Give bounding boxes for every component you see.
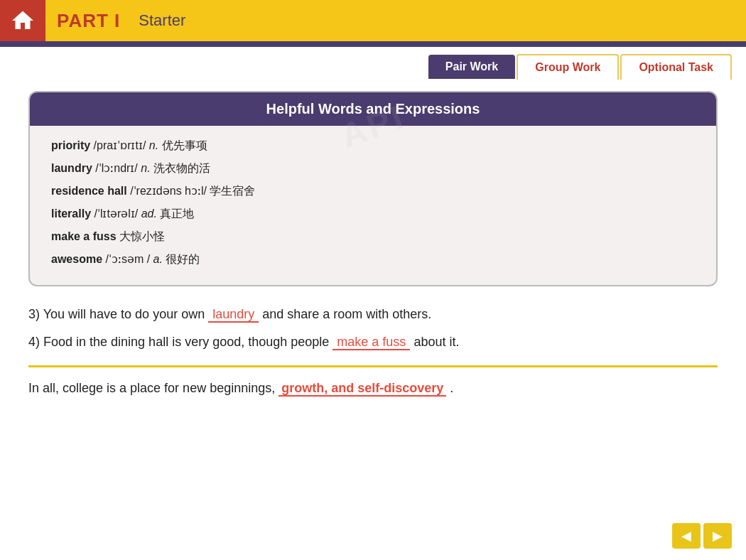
home-icon[interactable] <box>0 0 45 41</box>
vocab-entry-awesome: awesome /ˈɔːsəm / a. 很好的 <box>51 251 695 268</box>
vocab-box-body: priority /praɪˈɒrɪtɪ/ n. 优先事项 laundry /ˈ… <box>30 126 716 285</box>
vocab-entry-make-a-fuss: make a fuss 大惊小怪 <box>51 228 695 245</box>
final-after: . <box>450 381 453 395</box>
navigation-buttons: ◀ ▶ <box>672 523 732 549</box>
part-label: PART I <box>45 0 131 41</box>
starter-label: Starter <box>131 0 193 41</box>
sentence-3-after: and share a room with others. <box>262 307 431 321</box>
vocab-box-title: Helpful Words and Expressions <box>30 92 716 126</box>
vocab-entry-residence-hall: residence hall /ˈrezɪdəns hɔːl/ 学生宿舍 <box>51 183 695 200</box>
sentence-3-before: You will have to do your own <box>43 307 208 321</box>
purple-divider <box>0 41 746 47</box>
final-before: In all, college is a place for new begin… <box>28 381 279 395</box>
sentences-section: 3) You will have to do your own laundry … <box>28 303 718 352</box>
sentence-3-number: 3) <box>28 307 43 321</box>
tab-bar: Pair Work Group Work Optional Task <box>0 47 746 84</box>
tab-group-work[interactable]: Group Work <box>517 54 619 80</box>
tab-optional-task[interactable]: Optional Task <box>620 54 732 80</box>
section-divider <box>28 365 718 367</box>
sentence-4-number: 4) <box>28 335 43 349</box>
sentence-4-answer: make a fuss <box>333 335 410 350</box>
final-sentence: In all, college is a place for new begin… <box>28 377 718 399</box>
sentence-3: 3) You will have to do your own laundry … <box>28 303 718 325</box>
sentence-4-after: about it. <box>413 335 459 349</box>
page-header: PART I Starter <box>0 0 746 41</box>
tab-pair-work[interactable]: Pair Work <box>428 55 515 79</box>
final-answer: growth, and self-discovery <box>279 381 446 397</box>
sentence-3-answer: laundry <box>208 307 259 323</box>
sentence-4-before: Food in the dining hall is very good, th… <box>43 335 333 349</box>
vocab-box: Helpful Words and Expressions priority /… <box>28 91 718 286</box>
vocab-entry-priority: priority /praɪˈɒrɪtɪ/ n. 优先事项 <box>51 137 695 154</box>
main-content: Helpful Words and Expressions priority /… <box>0 84 746 414</box>
sentence-4: 4) Food in the dining hall is very good,… <box>28 331 718 353</box>
prev-button[interactable]: ◀ <box>672 523 701 549</box>
next-button[interactable]: ▶ <box>703 523 732 549</box>
vocab-entry-laundry: laundry /ˈlɔːndrɪ/ n. 洗衣物的活 <box>51 160 695 177</box>
vocab-entry-literally: literally /ˈlɪtərəlɪ/ ad. 真正地 <box>51 205 695 222</box>
